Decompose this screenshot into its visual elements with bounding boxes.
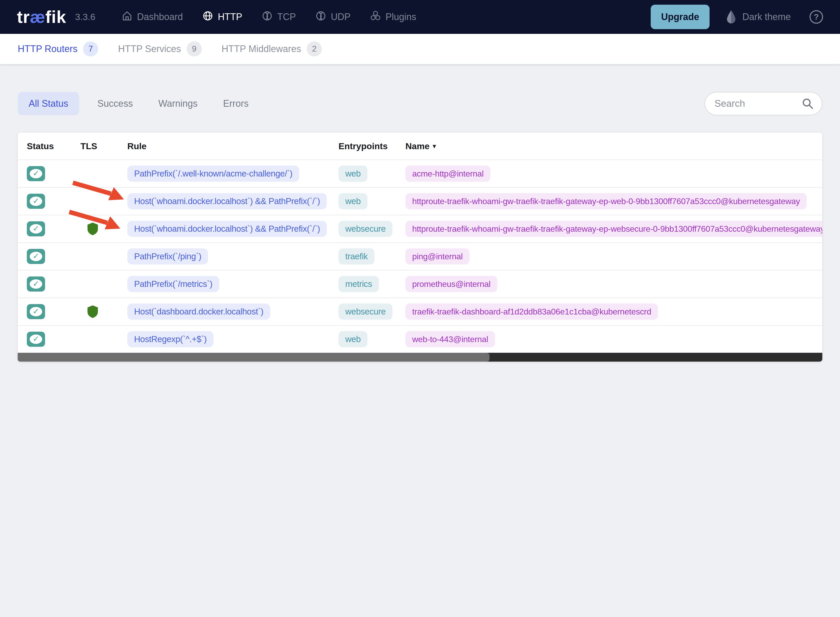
name-pill[interactable]: web-to-443@internal	[405, 331, 495, 347]
tab-http-routers[interactable]: HTTP Routers 7	[18, 41, 98, 56]
name-pill[interactable]: acme-http@internal	[405, 165, 490, 182]
nav-item-udp[interactable]: UDP	[315, 10, 350, 24]
table-row-3[interactable]: ✓ Host(`whoami.docker.localhost`) && Pat…	[18, 215, 822, 242]
table-body: ✓ PathPrefix(`/.well-known/acme-challeng…	[18, 159, 822, 353]
nav-item-tcp[interactable]: TCP	[261, 10, 296, 24]
entrypoint-pill[interactable]: web	[338, 193, 368, 209]
table-header-row: Status TLS Rule Entrypoints Name▾	[18, 133, 822, 159]
globe-icon	[202, 10, 214, 24]
rule-pill[interactable]: Host(`dashboard.docker.localhost`)	[127, 304, 270, 320]
rule-pill[interactable]: Host(`whoami.docker.localhost`) && PathP…	[127, 221, 327, 237]
table-row-2[interactable]: ✓ Host(`whoami.docker.localhost`) && Pat…	[18, 187, 822, 215]
search-box[interactable]	[704, 92, 822, 115]
entrypoint-pill[interactable]: websecure	[338, 304, 393, 320]
tab-count-badge: 9	[187, 41, 202, 56]
status-success-icon: ✓	[27, 304, 45, 319]
table-toolbar: All StatusSuccessWarningsErrors	[18, 92, 822, 115]
help-button[interactable]: ?	[809, 10, 823, 24]
cubes-icon	[370, 10, 381, 24]
name-pill[interactable]: traefik-traefik-dashboard-af1d2ddb83a06e…	[405, 304, 658, 320]
name-pill[interactable]: ping@internal	[405, 248, 469, 264]
theme-toggle[interactable]: Dark theme	[726, 10, 791, 24]
entrypoint-pill[interactable]: websecure	[338, 221, 393, 237]
proxy-icon	[261, 10, 273, 24]
entrypoint-pill[interactable]: web	[338, 331, 368, 347]
section-tabs: HTTP Routers 7 HTTP Services 9 HTTP Midd…	[0, 34, 840, 64]
droplet-icon	[726, 10, 737, 24]
rule-pill[interactable]: PathPrefix(`/ping`)	[127, 248, 208, 264]
table-row-6[interactable]: ✓ Host(`dashboard.docker.localhost`) web…	[18, 298, 822, 325]
rule-pill[interactable]: PathPrefix(`/metrics`)	[127, 276, 219, 292]
upgrade-button[interactable]: Upgrade	[651, 5, 710, 29]
table-row-5[interactable]: ✓ PathPrefix(`/metrics`) metrics prometh…	[18, 270, 822, 298]
nav-item-plugins[interactable]: Plugins	[370, 10, 416, 24]
table-row-7[interactable]: ✓ HostRegexp(`^.+$`) web web-to-443@inte…	[18, 325, 822, 353]
filter-all-status[interactable]: All Status	[18, 92, 79, 115]
search-icon	[802, 97, 814, 110]
tab-http-middlewares[interactable]: HTTP Middlewares 2	[221, 41, 322, 56]
filter-success[interactable]: Success	[90, 92, 140, 115]
table-row-4[interactable]: ✓ PathPrefix(`/ping`) traefik ping@inter…	[18, 242, 822, 270]
sort-caret-icon: ▾	[433, 142, 436, 150]
tab-count-badge: 2	[307, 41, 322, 56]
search-input[interactable]	[715, 98, 802, 109]
entrypoint-pill[interactable]: traefik	[338, 248, 374, 264]
theme-toggle-label: Dark theme	[743, 12, 791, 22]
col-name-sort[interactable]: Name▾	[405, 141, 822, 151]
tls-shield-icon	[87, 305, 99, 318]
rule-pill[interactable]: Host(`whoami.docker.localhost`) && PathP…	[127, 193, 327, 209]
horizontal-scrollbar[interactable]	[18, 353, 822, 362]
entrypoint-pill[interactable]: web	[338, 165, 368, 182]
status-success-icon: ✓	[27, 249, 45, 264]
version-label: 3.3.6	[75, 12, 95, 22]
tab-http-services[interactable]: HTTP Services 9	[118, 41, 202, 56]
table-row-1[interactable]: ✓ PathPrefix(`/.well-known/acme-challeng…	[18, 159, 822, 187]
rule-pill[interactable]: PathPrefix(`/.well-known/acme-challenge/…	[127, 165, 299, 182]
col-rule[interactable]: Rule	[127, 141, 338, 151]
name-pill[interactable]: httproute-traefik-whoami-gw-traefik-trae…	[405, 221, 822, 237]
traefik-logo[interactable]: træfik	[17, 7, 66, 27]
status-success-icon: ✓	[27, 332, 45, 347]
filter-errors[interactable]: Errors	[216, 92, 256, 115]
entrypoint-pill[interactable]: metrics	[338, 276, 379, 292]
col-entrypoints[interactable]: Entrypoints	[338, 141, 405, 151]
tls-shield-icon	[87, 222, 99, 236]
status-success-icon: ✓	[27, 166, 45, 181]
tab-count-badge: 7	[83, 41, 98, 56]
name-pill[interactable]: httproute-traefik-whoami-gw-traefik-trae…	[405, 193, 807, 209]
status-filters: All StatusSuccessWarningsErrors	[18, 92, 256, 115]
rule-pill[interactable]: HostRegexp(`^.+$`)	[127, 331, 214, 347]
status-success-icon: ✓	[27, 276, 45, 292]
routers-table: Status TLS Rule Entrypoints Name▾ ✓ Path…	[18, 133, 822, 362]
name-pill[interactable]: prometheus@internal	[405, 276, 498, 292]
header-actions: Upgrade Dark theme ?	[651, 5, 823, 29]
traefik-dashboard: træfik 3.3.6 Dashboard HTTP TCP UDP Plug…	[0, 0, 840, 617]
status-success-icon: ✓	[27, 194, 45, 209]
col-tls[interactable]: TLS	[80, 141, 127, 151]
main-content: All StatusSuccessWarningsErrors Status T…	[0, 92, 840, 362]
nav-item-dashboard[interactable]: Dashboard	[121, 10, 183, 24]
scrollbar-thumb[interactable]	[18, 353, 490, 362]
home-icon	[121, 10, 133, 24]
top-navbar: træfik 3.3.6 Dashboard HTTP TCP UDP Plug…	[0, 0, 840, 34]
nav-item-http[interactable]: HTTP	[202, 10, 242, 24]
proxy-icon	[315, 10, 326, 24]
filter-warnings[interactable]: Warnings	[151, 92, 205, 115]
main-nav: Dashboard HTTP TCP UDP Plugins	[121, 10, 416, 24]
status-success-icon: ✓	[27, 221, 45, 236]
col-status[interactable]: Status	[27, 141, 80, 151]
